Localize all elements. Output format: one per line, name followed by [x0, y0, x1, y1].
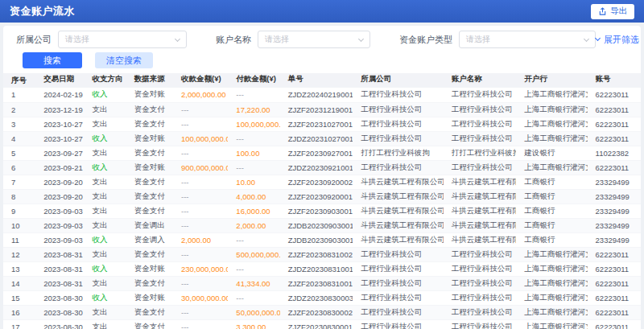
- cell-account-name: 工程行业科技公司: [444, 305, 516, 319]
- table-row[interactable]: 92023-09-03支出资金支付---16,000.00ZJZF2023090…: [3, 204, 641, 218]
- sort-icon[interactable]: [76, 77, 81, 88]
- cell-receive-amount: 230,000,000.00: [173, 261, 228, 276]
- cell-direction: 支出: [84, 218, 126, 232]
- column-header-source[interactable]: 数据来源: [126, 73, 173, 88]
- cell-order-no: ZJZF20230831001: [280, 276, 353, 290]
- cell-source: 资金支付: [126, 276, 173, 290]
- table-row[interactable]: 162023-08-30支出资金支付---50,000,000.00ZJZF20…: [3, 305, 641, 319]
- cell-order-no: ZJDZ20231027001: [280, 131, 353, 146]
- cell-index: 3: [3, 117, 35, 131]
- cell-direction: 收入: [84, 160, 126, 175]
- cell-bank: 上海工商银行灌河支行: [516, 88, 587, 102]
- cell-company: 工程行业科技公司: [353, 305, 444, 319]
- filter-section: 所属公司 请选择 账户名称 请选择 资金账户类型 请选择: [3, 26, 641, 68]
- search-button[interactable]: 搜索: [23, 52, 82, 68]
- sort-icon[interactable]: [394, 77, 398, 88]
- column-header-receive-amount[interactable]: 收款金额(¥): [173, 73, 228, 88]
- company-select-placeholder: 请选择: [65, 34, 89, 45]
- cell-direction: 收入: [84, 232, 126, 247]
- table-row[interactable]: 142023-08-31支出资金支付---41,334.00ZJZF202308…: [3, 276, 641, 290]
- cell-order-no: ZJZF20230830001: [280, 319, 353, 329]
- cell-order-no: ZJZF20230927001: [280, 146, 353, 160]
- filter-group-company: 所属公司 请选择: [16, 31, 187, 48]
- cell-bank: 工商银行: [516, 204, 587, 218]
- table-row[interactable]: 132023-08-31收入资金对账230,000,000.00---ZJDZ2…: [3, 261, 641, 276]
- column-header-account-no[interactable]: 账号: [588, 73, 641, 88]
- table-container: 序号交易日期收支方向数据来源收款金额(¥)付款金额(¥)单号所属公司账户名称开户…: [3, 73, 641, 329]
- page-header: 资金账户流水 导出: [0, 0, 644, 23]
- cell-date: 2023-09-20: [35, 175, 84, 189]
- cell-direction: 支出: [84, 305, 126, 319]
- column-header-account-name[interactable]: 账户名称: [444, 73, 516, 88]
- cell-order-no: ZJZF20231027001: [280, 117, 353, 131]
- chevron-down-icon: [175, 36, 180, 42]
- cell-bank: 上海工商银行灌河支行: [516, 117, 587, 131]
- cell-direction: 支出: [84, 102, 126, 117]
- chevron-down-icon: [358, 36, 364, 42]
- cell-account-no: 23329499: [588, 189, 641, 204]
- cell-order-no: ZJDZ20230921001: [280, 160, 353, 175]
- table-row[interactable]: 42023-10-27收入资金对账100,000,000.00---ZJDZ20…: [3, 131, 641, 146]
- cell-receive-amount: 100,000,000.00: [173, 131, 228, 146]
- column-header-order-no[interactable]: 单号: [280, 73, 353, 88]
- column-header-direction[interactable]: 收支方向: [84, 73, 126, 88]
- cell-bank: 建设银行: [516, 146, 587, 160]
- cell-account-name: 斗拱云建筑工程有限公司: [444, 175, 516, 189]
- cell-receive-amount: ---: [173, 146, 228, 160]
- cell-date: 2023-09-03: [35, 218, 84, 232]
- table-row[interactable]: 62023-09-21收入资金对账900,000,000.00---ZJDZ20…: [3, 160, 641, 175]
- cell-source: 资金调出: [126, 218, 173, 232]
- cell-account-no: 62223011: [588, 319, 641, 329]
- cell-date: 2023-08-30: [35, 290, 84, 305]
- expand-filter-toggle[interactable]: 展开筛选: [596, 34, 639, 46]
- sort-icon[interactable]: [224, 77, 229, 88]
- table-row[interactable]: 112023-09-03收入资金调入2,000.00---ZJDB2023090…: [3, 232, 641, 247]
- cell-bank: 上海工商银行灌河支行: [516, 261, 587, 276]
- sort-icon[interactable]: [279, 77, 280, 88]
- table-row[interactable]: 122023-08-31支出资金支付---500,000,000.00ZJZF2…: [3, 247, 641, 261]
- cell-pay-amount: 10.00: [228, 175, 279, 189]
- cell-receive-amount: 900,000,000.00: [173, 160, 228, 175]
- cell-account-name: 工程行业科技公司: [444, 88, 516, 102]
- sort-icon[interactable]: [167, 77, 172, 88]
- cell-company: 工程行业科技公司: [353, 276, 444, 290]
- cell-account-name: 工程行业科技公司: [444, 261, 516, 276]
- column-header-pay-amount[interactable]: 付款金额(¥): [228, 73, 279, 88]
- company-select[interactable]: 请选择: [58, 31, 187, 48]
- account-name-select[interactable]: 请选择: [258, 31, 370, 48]
- table-row[interactable]: 32023-10-27支出资金支付---100,000,000.00ZJZF20…: [3, 117, 641, 131]
- cell-bank: 上海工商银行灌河支行: [516, 290, 587, 305]
- cell-bank: 工商银行: [516, 189, 587, 204]
- column-header-bank[interactable]: 开户行: [516, 73, 587, 88]
- table-row[interactable]: 22023-12-19支出资金支付---17,220.00ZJZF2023121…: [3, 102, 641, 117]
- table-row[interactable]: 72023-09-20支出资金支付---10.00ZJZF20230920002…: [3, 175, 641, 189]
- sort-icon[interactable]: [125, 77, 126, 88]
- table-row[interactable]: 82023-09-20支出资金支付---4,000.00ZJZF20230920…: [3, 189, 641, 204]
- table-row[interactable]: 52023-09-27支出资金支付---100.00ZJZF2023092700…: [3, 146, 641, 160]
- company-filter-label: 所属公司: [16, 34, 52, 46]
- cell-account-no: 23329499: [588, 175, 641, 189]
- column-header-date[interactable]: 交易日期: [35, 73, 84, 88]
- table-row[interactable]: 172023-08-30支出资金支付---3,300.00ZJZF2023083…: [3, 319, 641, 329]
- sort-icon[interactable]: [485, 77, 489, 88]
- cell-index: 16: [3, 305, 35, 319]
- column-label: 收支方向: [92, 74, 122, 83]
- cell-receive-amount: ---: [173, 247, 228, 261]
- account-type-select[interactable]: 请选择: [459, 31, 596, 48]
- clear-search-button[interactable]: 清空搜索: [95, 52, 153, 68]
- expand-filter-label: 展开筛选: [604, 34, 639, 46]
- sort-icon[interactable]: [613, 77, 618, 88]
- sort-icon[interactable]: [306, 77, 311, 88]
- table-row[interactable]: 152023-08-30收入资金对账30,000,000.00---ZJDZ20…: [3, 290, 641, 305]
- cell-source: 资金调入: [126, 232, 173, 247]
- table-row[interactable]: 102023-09-03支出资金调出---2,000.00ZJDB2023090…: [3, 218, 641, 232]
- export-button[interactable]: 导出: [591, 4, 634, 19]
- sort-icon[interactable]: [550, 77, 555, 88]
- cell-source: 资金对账: [126, 160, 173, 175]
- cell-order-no: ZJDB20230903001: [280, 218, 353, 232]
- table-header-row: 序号交易日期收支方向数据来源收款金额(¥)付款金额(¥)单号所属公司账户名称开户…: [3, 73, 641, 88]
- cell-pay-amount: 100,000,000.00: [228, 117, 279, 131]
- table-row[interactable]: 12024-02-19收入资金对账2,000,000.00---ZJDZ2024…: [3, 88, 641, 102]
- column-header-company[interactable]: 所属公司: [353, 73, 444, 88]
- cell-date: 2023-10-27: [35, 131, 84, 146]
